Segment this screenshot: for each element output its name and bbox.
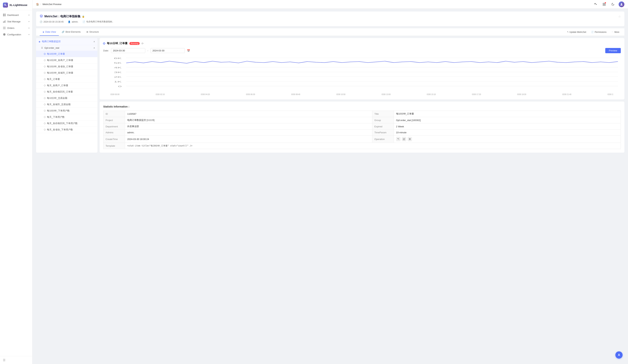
tree-item-10[interactable]: 每天_下单用户数 [36, 114, 97, 120]
date-from-input[interactable] [111, 48, 145, 53]
op-view-icon[interactable] [396, 137, 400, 141]
sidebar-label-orders: Orders [7, 27, 14, 29]
translate-btn[interactable] [593, 1, 598, 7]
table-row-0: ID 1100587 Title 每10分钟_订单量 [103, 111, 621, 117]
tree-item-label-11: 每天_各价格区间_下单用户数 [47, 122, 78, 125]
meta-admin: 👤 admin; [68, 21, 78, 23]
list-subgroup-icon: ☰ [41, 47, 43, 49]
layout-btn[interactable] [601, 1, 607, 7]
svg-rect-7 [3, 21, 3, 23]
tree-group-chevron: ∧ [93, 40, 95, 43]
user-icon: 👤 [68, 21, 71, 23]
dark-mode-btn[interactable] [610, 1, 616, 7]
tree-item-11[interactable]: 每天_各价格区间_下单用户数 [36, 120, 97, 127]
update-metricset-btn[interactable]: ✎ Update MetricSet [565, 30, 588, 34]
tab-data-view[interactable]: ◈ Data View [40, 28, 59, 36]
refresh-icon[interactable]: ⟳ [142, 42, 144, 45]
menu-collapse-icon[interactable]: ☰ [3, 359, 5, 362]
x-label-6: 0330 13:00 [382, 93, 391, 95]
x-label-0: 0330 00:00 [110, 93, 119, 95]
sidebar-item-dashboard[interactable]: Dashboard ▾ [0, 12, 32, 18]
sidebar-item-orders[interactable]: Orders ▾ [0, 25, 32, 31]
clock-icon: 🕐 [40, 21, 42, 23]
sidebar-nav: Dashboard ▾ Stat Manage ▾ Orders ▾ [0, 10, 32, 356]
left-panel: ◈ 电商订单数据监控 ∧ ☰ Gjd:order_stat ∧ [36, 38, 97, 152]
metricset-header: MetricSet：电商订单指标集 🔒 ☆ 🕐 2024-03-30 15:30… [36, 11, 625, 26]
metricset-icon [40, 14, 43, 18]
sidebar-item-configuration[interactable]: Configuration ▾ [0, 31, 32, 38]
more-btn[interactable]: ⋯ More [610, 30, 621, 34]
avatar[interactable] [619, 1, 625, 7]
breadcrumb: 🏠 / MetricSet Preview [36, 3, 61, 5]
tree-diamond-6 [44, 91, 46, 93]
doc-icon: 📄 [82, 21, 85, 23]
home-icon[interactable]: 🏠 [36, 3, 39, 5]
svg-rect-4 [4, 14, 5, 15]
tree-item-label-7: 每10分钟_交易金额 [47, 96, 67, 100]
calendar-icon[interactable]: 📅 [187, 49, 190, 52]
cell-project-value: 电商订单数据监控 [11115] [125, 117, 372, 123]
tree-item-label-8: 每天_各城市_交易金额 [47, 103, 71, 106]
table-row-1: Project 电商订单数据监控 [11115] Group Gjd:order… [103, 117, 621, 123]
tree-item-6[interactable]: 每天_各价格区间_订单量 [36, 89, 97, 95]
svg-rect-9 [5, 20, 5, 23]
tree-item-7[interactable]: 每10分钟_交易金额 [36, 95, 97, 101]
cell-createtime-label: CreateTime [103, 136, 125, 143]
float-action-button[interactable]: A [615, 351, 623, 359]
tree-items: 每10分钟_订单量 每10分钟_各商户_订单量 每10分钟_各省份_订单量 [36, 51, 97, 133]
cell-operation-value [394, 136, 621, 143]
tree-item-8[interactable]: 每天_各城市_交易金额 [36, 101, 97, 108]
lock-icon: 🔒 [82, 15, 85, 18]
data-view-icon: ◈ [43, 31, 44, 33]
tree-group: ◈ 电商订单数据监控 ∧ ☰ Gjd:order_stat ∧ [36, 38, 97, 133]
operation-icons [396, 137, 619, 141]
op-delete-icon[interactable] [408, 137, 412, 141]
cell-title-label: Title [372, 111, 394, 117]
tree-item-label-10: 每天_下单用户数 [47, 115, 65, 119]
table-row-4: CreateTime 2024-03-30 18:00:24 Operation [103, 136, 621, 143]
edit-icon: ✎ [567, 31, 569, 33]
tree-diamond-3 [44, 72, 46, 74]
cell-admins-value: admin; [125, 130, 372, 136]
tree-item-2[interactable]: 每10分钟_各省份_订单量 [36, 64, 97, 70]
table-row-5: Template <stat-item title="每10分钟_订单量" st… [103, 143, 621, 149]
topbar: 🏠 / MetricSet Preview [32, 0, 628, 9]
tree-item-12[interactable]: 每天_各省份_下单用户数 [36, 127, 97, 133]
tab-structure[interactable]: ⊞ Structure [83, 28, 102, 36]
permissions-btn[interactable]: 📄 Permissions [590, 30, 608, 34]
tree-item-3[interactable]: 每10分钟_各城市_订单量 [36, 70, 97, 76]
tree-diamond-11 [44, 122, 46, 124]
content-area: ◈ 电商订单数据监控 ∧ ☰ Gjd:order_stat ∧ [36, 38, 625, 152]
sidebar: XL-LightHouse Dashboard ▾ Stat Manage ▾ [0, 0, 32, 364]
svg-line-2 [5, 5, 6, 6]
tab-bind-elements[interactable]: 🔗 Bind Elements [59, 28, 83, 36]
table-row-3: Admins admin; TimeParam 10-minute [103, 130, 621, 136]
svg-rect-13 [603, 3, 604, 4]
op-edit-icon[interactable] [402, 137, 406, 141]
tree-item-9[interactable]: 每10分钟_下单用户数 [36, 108, 97, 114]
preview-button[interactable]: Preview [605, 48, 621, 53]
x-label-1: 0330 02:10 [156, 93, 164, 95]
date-to-input[interactable] [151, 48, 185, 53]
running-badge: Running [129, 42, 140, 45]
page-content: MetricSet：电商订单指标集 🔒 ☆ 🕐 2024-03-30 15:30… [32, 9, 628, 364]
cell-timeparam-label: TimeParam [372, 130, 394, 136]
sidebar-item-stat-manage[interactable]: Stat Manage ▾ [0, 18, 32, 25]
gear-icon [3, 33, 6, 36]
chart-header: 每10分钟_订单量 Running ⟳ [103, 42, 621, 45]
meta-description: 📄 包含电商订单相关数据指标。 [82, 20, 114, 23]
star-icon[interactable]: ☆ [618, 15, 621, 18]
chevron-icon-config: ▾ [28, 34, 29, 36]
tree-group-header[interactable]: ◈ 电商订单数据监控 ∧ [36, 38, 97, 45]
tree-item-1[interactable]: 每10分钟_各商户_订单量 [36, 57, 97, 64]
cell-project-label: Project [103, 117, 125, 123]
tree-item-0[interactable]: 每10分钟_订单量 [36, 51, 97, 57]
date-separator: - [148, 49, 148, 52]
tree-subgroup-header[interactable]: ☰ Gjd:order_stat ∧ [36, 45, 97, 51]
tree-item-5[interactable]: 每天_各商户_订单量 [36, 82, 97, 89]
sidebar-label-stat-manage: Stat Manage [7, 20, 21, 23]
chart-x-labels: 0330 00:00 0330 02:10 0330 04:20 0330 06… [103, 93, 621, 95]
tree-item-4[interactable]: 每天_订单量 [36, 76, 97, 82]
more-icon: ⋯ [612, 31, 614, 33]
tree-item-label-1: 每10分钟_各商户_订单量 [47, 59, 73, 62]
